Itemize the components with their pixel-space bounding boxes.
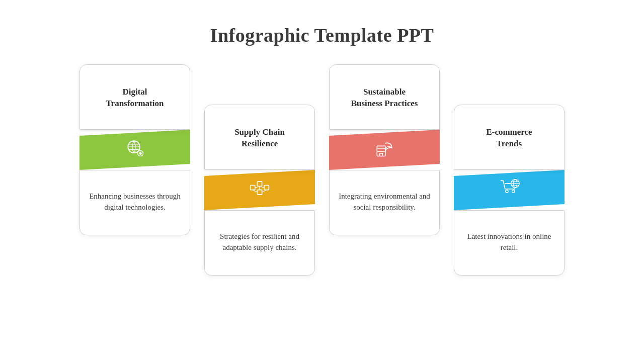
- card-sustainable: Sustainable Business Practices In: [329, 64, 440, 235]
- globe-gear-icon: [124, 137, 146, 163]
- ribbon-digital: [79, 130, 190, 170]
- card-top-digital: Digital Transformation: [79, 64, 190, 130]
- card-title-digital: Digital Transformation: [106, 86, 164, 110]
- card-ecommerce: E-commerce Trends: [454, 105, 565, 276]
- card-top-supply: Supply Chain Resilience: [204, 105, 315, 170]
- card-bottom-digital: Enhancing businesses through digital tec…: [79, 170, 190, 235]
- card-title-ecommerce: E-commerce Trends: [486, 127, 532, 150]
- card-title-supply: Supply Chain Resilience: [234, 127, 285, 150]
- svg-rect-3: [251, 185, 255, 190]
- card-title-sustainable: Sustainable Business Practices: [351, 86, 418, 110]
- card-desc-sustainable: Integrating environmental and social res…: [338, 191, 431, 213]
- svg-rect-4: [257, 182, 262, 186]
- svg-point-2: [140, 152, 141, 154]
- card-desc-supply: Strategies for resilient and adaptable s…: [213, 231, 306, 253]
- ribbon-sustainable: [329, 130, 440, 170]
- ribbon-supply: [204, 170, 315, 210]
- cards-container: Digital Transformation: [0, 64, 644, 276]
- card-bottom-sustainable: Integrating environmental and social res…: [329, 170, 440, 235]
- card-top-sustainable: Sustainable Business Practices: [329, 64, 440, 130]
- card-digital-transformation: Digital Transformation: [79, 64, 190, 235]
- supply-chain-icon: [249, 177, 271, 204]
- card-bottom-supply: Strategies for resilient and adaptable s…: [204, 210, 315, 276]
- svg-point-9: [512, 190, 515, 193]
- card-bottom-ecommerce: Latest innovations in online retail.: [454, 210, 565, 276]
- svg-rect-5: [264, 185, 269, 190]
- svg-point-8: [506, 190, 509, 193]
- svg-rect-6: [257, 190, 262, 194]
- card-desc-ecommerce: Latest innovations in online retail.: [462, 231, 556, 253]
- svg-rect-7: [377, 146, 385, 156]
- card-desc-digital: Enhancing businesses through digital tec…: [88, 191, 182, 213]
- card-top-ecommerce: E-commerce Trends: [454, 105, 565, 170]
- building-leaf-icon: [373, 137, 395, 163]
- page-title: Infographic Template PPT: [210, 24, 434, 46]
- ribbon-ecommerce: [454, 170, 565, 210]
- cart-globe-icon: [498, 177, 520, 204]
- card-supply-chain: Supply Chain Resilience: [204, 105, 315, 276]
